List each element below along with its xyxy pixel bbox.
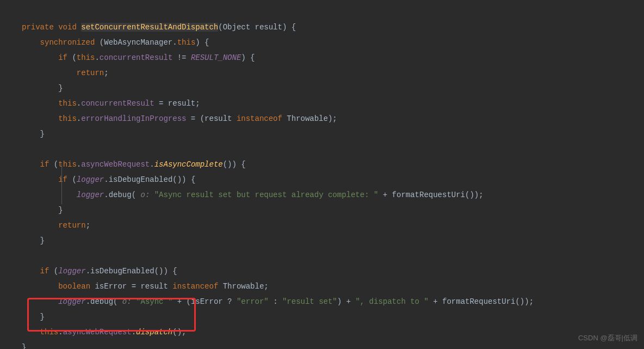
code-line: }: [22, 236, 45, 245]
watermark-text: CSDN @磊哥|低调: [578, 330, 637, 346]
code-line: this.asyncWebRequest.dispatch();: [22, 328, 187, 336]
indent-guide: [61, 163, 62, 204]
code-line: synchronized (WebAsyncManager.this) {: [22, 38, 209, 47]
code-line: [22, 252, 26, 260]
code-line: this.errorHandlingInProgress = (result i…: [22, 114, 337, 123]
code-line: }: [22, 130, 45, 138]
code-line: logger.debug( o: "Async " + (isError ? "…: [22, 297, 534, 306]
code-line: }: [22, 206, 63, 215]
code-line: }: [22, 313, 45, 321]
code-line: if (this.concurrentResult != RESULT_NONE…: [22, 53, 255, 62]
code-line: [22, 145, 26, 154]
code-line: }: [22, 343, 26, 349]
code-line: logger.debug( o: "Async result set but r…: [22, 191, 484, 199]
code-line: }: [22, 84, 63, 93]
code-editor[interactable]: private void setConcurrentResultAndDispa…: [0, 0, 644, 349]
code-line: if (this.asyncWebRequest.isAsyncComplete…: [22, 160, 246, 169]
code-line: return;: [22, 69, 109, 77]
code-line: this.concurrentResult = result;: [22, 99, 200, 108]
code-line: return;: [22, 221, 90, 230]
code-line: private void setConcurrentResultAndDispa…: [22, 23, 296, 32]
code-line: if (logger.isDebugEnabled()) {: [22, 175, 195, 184]
code-line: if (logger.isDebugEnabled()) {: [22, 267, 177, 275]
code-line: boolean isError = result instanceof Thro…: [22, 282, 269, 291]
